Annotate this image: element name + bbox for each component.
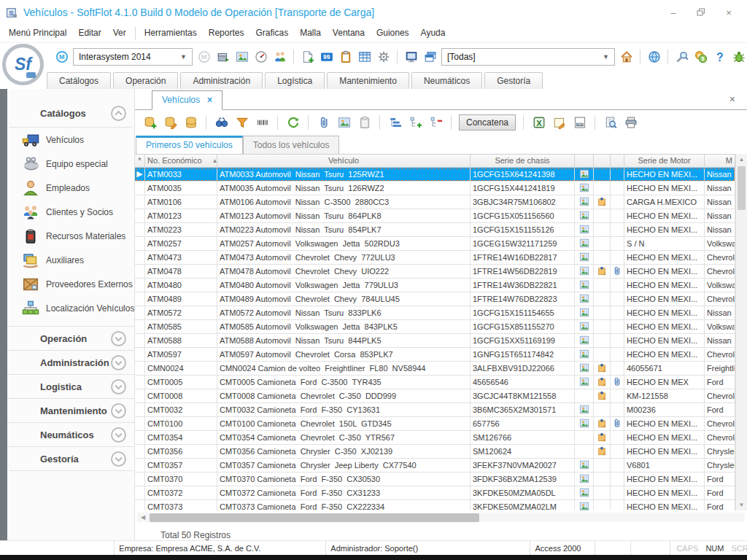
module-m-disabled-icon[interactable]: M [196,50,212,65]
ribbon-tab-operacion[interactable]: Operación [113,72,178,90]
menu-herramientas[interactable]: Herramientas [139,26,203,40]
monitor-icon[interactable] [403,50,419,65]
note-edit-icon[interactable] [551,114,567,130]
table-row[interactable]: ATM0588ATM0588 Automovil Nissan Tsuru 84… [135,334,735,348]
minimize-icon[interactable]: – [668,7,678,18]
paperclip-icon[interactable] [316,114,331,130]
table-row[interactable]: CMT0357CMT0357 Camioneta Chrysler Jeep L… [135,459,735,472]
gauge-icon[interactable] [253,50,268,65]
ribbon-tab-mantenimiento[interactable]: Mantenimiento [327,72,409,90]
users-icon[interactable] [272,50,287,65]
sidebar-section-logistica[interactable]: Logistica [7,374,134,398]
table-row[interactable]: CMT0370CMT0370 Camioneta Ford F-350 CX30… [135,472,735,486]
paste-disabled-icon[interactable] [357,114,372,130]
menu-ventana[interactable]: Ventana [327,26,371,40]
menu-graficas[interactable]: Graficas [249,26,294,40]
view-tab-primeros-50-vehiculos[interactable]: Primeros 50 vehículos [136,136,243,154]
table-row[interactable]: ATM0585ATM0585 Automovil Volkswagen Jett… [135,320,735,334]
txt-icon[interactable]: TXT [572,114,587,130]
horizontal-scroll-thumb[interactable] [150,513,479,522]
help-icon[interactable]: ? [712,50,727,65]
column-header-marca[interactable]: M [705,155,735,167]
binoculars-icon[interactable] [214,114,229,130]
database-icon[interactable] [183,114,198,130]
restore-icon[interactable] [696,7,706,18]
table-row[interactable]: CMT0005CMT0005 Camioneta Ford C-3500 TYR… [135,376,735,389]
tab-vehiculos[interactable]: Vehículos × [152,90,222,110]
sidebar-item-vehiculos[interactable]: Vehículos [7,128,134,152]
table-row[interactable]: ATM0478ATM0478 Automovil Chevrolet Chevy… [135,265,735,279]
tree-collapse-icon[interactable] [428,114,444,130]
menu-editar[interactable]: Editar [72,26,107,40]
tool-search-icon[interactable] [674,50,689,65]
table-row[interactable]: ATM0489ATM0489 Automovil Chevrolet Chevy… [135,292,735,306]
table-row[interactable]: ▶ATM0033ATM0033 Automovil Nissan Tsuru 1… [135,168,735,182]
windows-icon[interactable] [422,50,438,65]
image-icon[interactable] [336,114,352,130]
badge-99-icon[interactable]: 99 [319,50,334,65]
close-icon[interactable]: × [724,7,734,18]
chevron-down-circle-icon[interactable] [110,427,127,443]
chevron-down-circle-icon[interactable] [110,451,127,467]
menu-reportes[interactable]: Reportes [203,26,250,40]
sidebar-section-mantenimiento[interactable]: Mantenimiento [7,398,134,422]
table-row[interactable]: ATM0597ATM0597 Automovil Chevrolet Corsa… [135,348,735,362]
excel-icon[interactable]: X [531,114,546,130]
table-row[interactable]: ATM0480ATM0480 Automovil Volkswagen Jett… [135,279,735,292]
ribbon-tab-logistica[interactable]: Logística [265,72,325,90]
tree-expand-icon[interactable] [408,114,423,130]
table-row[interactable]: CMT0372CMT0372 Camioneta Ford F-350 CX31… [135,486,735,500]
column-header-eco[interactable]: No. Económico▲ [145,155,217,167]
table-row[interactable]: CMN0024CMN0024 Camion de volteo Freightl… [135,362,735,376]
company-combo[interactable]: Interasystem 2014▼ [73,48,193,66]
sidebar-section-gestoria[interactable]: Gestoría [7,446,134,470]
ribbon-tab-neumaticos[interactable]: Neumáticos [411,72,482,90]
column-header-motor[interactable]: Serie de Motor [624,155,705,167]
image-icon[interactable] [234,50,249,65]
print-preview-icon[interactable] [603,114,618,130]
sidebar-section-catalogos[interactable]: Catálogos [7,99,134,127]
menu-menu-principal[interactable]: Menú Principal [3,26,72,40]
sidebar-section-operacion[interactable]: Operación [7,326,134,350]
chevron-down-circle-icon[interactable] [110,402,127,419]
table-row[interactable]: ATM0223ATM0223 Automovil Nissan Tsuru 85… [135,223,735,237]
menu-guiones[interactable]: Guiones [371,26,415,40]
table-row[interactable]: CMT0008CMT0008 Camioneta Chevrolet C-350… [135,389,735,403]
column-header-clip[interactable] [611,155,624,167]
table-row[interactable]: ATM0035ATM0035 Automovil Nissan Tsuru 12… [135,182,735,195]
refresh-icon[interactable] [285,114,301,130]
view-tab-todos-los-vehiculos[interactable]: Todos los vehículos [243,136,340,154]
sidebar-section-neumaticos[interactable]: Neumáticos [7,422,134,446]
ribbon-tab-gestoria[interactable]: Gestoría [484,72,543,90]
table-row[interactable]: CMT0373CMT0373 Camioneta Ford F-350 CX22… [135,500,735,510]
column-header-sel[interactable]: * [135,155,145,167]
barcode-icon[interactable] [255,114,270,130]
column-header-veh[interactable]: Vehículo [217,155,471,167]
table-row[interactable]: CMT0100CMT0100 Camioneta Chevrolet 150L … [135,417,735,431]
import-box-icon[interactable] [215,50,231,65]
table-row[interactable]: CMT0032CMT0032 Camioneta Ford F-350 CY13… [135,403,735,417]
column-header-chasis[interactable]: Serie de chasis [471,155,575,167]
sidebar-item-auxiliares[interactable]: Auxiliares [7,248,134,272]
sidebar-item-equipo-especial[interactable]: Equipo especial [7,152,134,176]
sidebar-item-empleados[interactable]: Empleados [7,176,134,200]
panel-close-icon[interactable]: × [729,94,735,104]
new-document-icon[interactable] [300,50,315,65]
gear-icon[interactable] [376,50,391,65]
sidebar-item-recursos-materiales[interactable]: Recursos Materiales [7,224,134,248]
home-icon[interactable] [619,50,634,65]
column-header-note[interactable] [594,155,611,167]
menu-malla[interactable]: Malla [294,26,327,40]
bug-icon[interactable] [731,50,746,65]
grid-icon[interactable] [357,50,372,65]
chevron-down-circle-icon[interactable] [110,378,127,395]
scroll-up-icon[interactable]: ▲ [736,154,747,165]
chevron-up-circle-icon[interactable] [110,105,127,122]
table-row[interactable]: ATM0106ATM0106 Automovil Nissan C-3500 2… [135,195,735,209]
filter-combo[interactable]: [Todas]▼ [441,48,615,66]
table-row[interactable]: ATM0473ATM0473 Automovil Chevrolet Chevy… [135,251,735,265]
coins-icon[interactable]: $$ [693,50,708,65]
chevron-down-circle-icon[interactable] [110,330,127,347]
table-row[interactable]: ATM0572ATM0572 Automovil Nissan Tsuru 83… [135,306,735,320]
filter-icon[interactable] [234,114,249,130]
